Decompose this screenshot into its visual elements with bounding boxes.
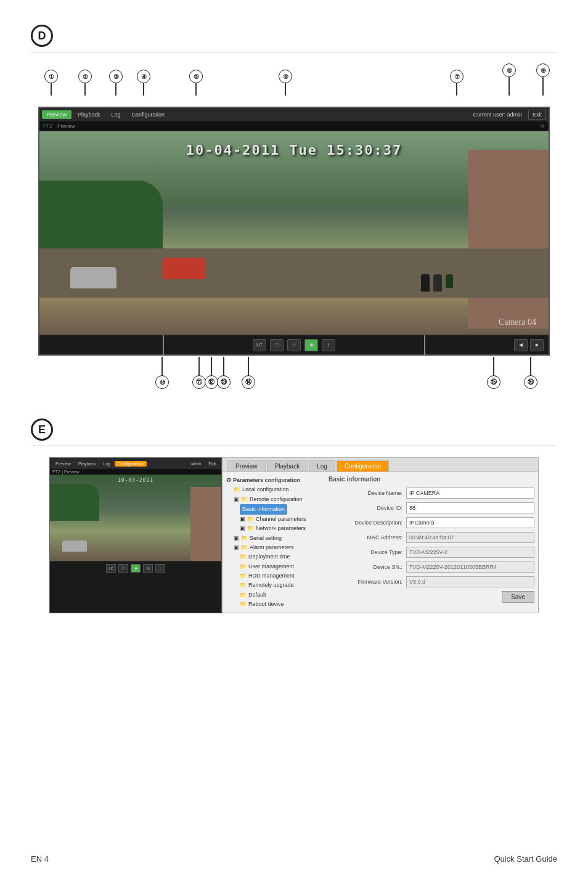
toolbar-btn-3[interactable]: ☆ [287,339,301,351]
form-row-device-name: Device Name: [329,488,534,499]
toolbar-btn-5[interactable]: ↕ [322,339,335,351]
tab-playback[interactable]: Playback [267,460,308,472]
menubar: Preview Playback Log Configuration Curre… [39,108,549,121]
folder-icon-11: 📁 [240,590,247,600]
mini-menu-playback[interactable]: Playback [75,461,99,467]
tree-network-params[interactable]: ▣ 📁 Network parameters [226,524,325,533]
expand-icon-3: ▣ [240,524,245,533]
form-row-device-sn: Device SN.: [329,561,534,573]
car-red [163,258,206,279]
tree-serial-setting[interactable]: ▣ 📁 Serial setting [226,534,325,543]
diagram-d: ⑨ ⑧ ⑦ ⑥ ⑤ [38,63,550,400]
callout-9: ⑨ [536,63,550,77]
input-mac [406,532,534,543]
expand-icon: ▣ [234,495,239,504]
params-icon: ⚙ [226,476,231,485]
menu-playback[interactable]: Playback [73,110,105,119]
mini-menu-preview[interactable]: Preview [52,461,74,467]
folder-icon: 📁 [234,485,240,494]
input-device-desc[interactable] [406,517,534,528]
config-panel: Preview Playback Log Configuration ⚙ Par… [222,457,539,613]
ptz-bar: PTZ Preview ✕ [39,121,549,131]
tree-basic-info[interactable]: Basic information [226,504,325,515]
preview-label: Preview [57,123,75,129]
callout-1: ① [44,70,58,83]
toolbar-right-btn2[interactable]: ■ [530,339,544,351]
callout-11: ⑪ [192,375,206,389]
config-tree: ⚙ Parameters configuration 📁 Local confi… [226,476,325,609]
mini-btn-5[interactable]: ↕ [155,564,165,573]
folder-icon-7: 📁 [240,552,247,561]
folder-icon-5: 📁 [241,534,248,543]
callout-15: ⑮ [487,375,500,389]
tab-configuration[interactable]: Configuration [337,460,389,472]
input-device-id[interactable] [406,502,534,513]
save-button[interactable]: Save [502,591,534,603]
tree-channel-params[interactable]: ▣ 📁 Channel parameters [226,515,325,524]
label-device-desc: Device Description: [329,520,402,526]
menu-preview[interactable]: Preview [42,110,71,119]
section-e: E Preview Playback Log Configuration adm… [31,419,557,613]
mini-btn-3[interactable]: ◉ [131,564,141,573]
folder-icon-3: 📁 [247,515,254,524]
mini-menu-log[interactable]: Log [100,461,113,467]
section-d-label: D [31,25,53,47]
ptz-label: PTZ [43,123,52,129]
label-device-type: Device Type: [329,549,402,555]
folder-icon-6: 📁 [241,543,248,552]
exit-button[interactable]: Exit [528,110,546,120]
callout-10: ⑩ [155,375,169,389]
toolbar-btn-4[interactable]: ◉ [304,339,318,351]
label-mac: MAC Address: [329,534,402,541]
mini-btn-4[interactable]: ◎ [143,564,153,573]
tree-remote-upgrade[interactable]: 📁 Remotely upgrade [226,581,325,590]
callout-8: ⑧ [502,63,516,77]
mini-btn-1[interactable]: LC [106,564,116,573]
tab-preview[interactable]: Preview [227,460,266,472]
toolbar-right-btn1[interactable]: ◀ [514,339,528,351]
mini-toolbar: LC □ ◉ ◎ ↕ [50,561,221,574]
mini-menu-config[interactable]: Configuration [115,461,147,467]
mini-datetime: 10-04-2011 [118,478,153,483]
car-silver [70,267,116,288]
config-body: ⚙ Parameters configuration 📁 Local confi… [223,472,538,613]
tree-local-config[interactable]: 📁 Local configuration [226,485,325,494]
camera-feed: 10-04-2011 Tue 15:30:37 Camera 04 [39,131,549,335]
mini-exit[interactable]: Exit [205,461,219,467]
callout-2: ② [78,70,92,83]
tree-user-mgmt[interactable]: 📁 User management [226,562,325,571]
tree-reboot-device[interactable]: 📁 Reboot device [226,600,325,609]
tree-deploy-time[interactable]: 📁 Deployment time [226,552,325,561]
tree-hdd-mgmt[interactable]: 📁 HDD management [226,571,325,581]
label-firmware: Firmware Version: [329,579,402,585]
mini-car [62,541,87,552]
toolbar-btn-2[interactable]: □ [270,339,284,351]
callout-6: ⑥ [279,70,292,83]
tree-remote-config[interactable]: ▣ 📁 Remote configuration [226,495,325,504]
section-e-label: E [31,419,53,441]
bottom-toolbar: LC □ ☆ ◉ ↕ ◀ ■ [39,335,549,354]
expand-icon-5: ▣ [234,543,239,552]
tree-default[interactable]: 📁 Default [226,590,325,600]
footer-right: Quick Start Guide [494,854,557,864]
input-device-type [406,547,534,558]
label-device-id: Device ID: [329,505,402,511]
tab-log[interactable]: Log [309,460,335,472]
folder-icon-10: 📁 [240,581,247,590]
callout-12: ⑫ [205,375,218,389]
tree-alarm-params[interactable]: ▣ 📁 Alarm parameters [226,543,325,552]
menu-log[interactable]: Log [107,110,126,119]
config-form: Basic information Device Name: Device ID… [329,476,534,609]
form-row-device-type: Device Type: [329,547,534,558]
callout-14: ⑭ [242,375,255,389]
mini-btn-2[interactable]: □ [118,564,128,573]
input-device-name[interactable] [406,488,534,499]
folder-icon-2: 📁 [241,495,248,504]
input-device-sn [406,561,534,573]
diagram-e: Preview Playback Log Configuration admin… [49,457,539,613]
camera-name-overlay: Camera 04 [499,317,536,327]
folder-icon-4: 📁 [247,524,254,533]
expand-icon-2: ▣ [240,515,245,524]
menu-configuration[interactable]: Configuration [127,110,170,119]
toolbar-btn-1[interactable]: LC [253,339,266,351]
